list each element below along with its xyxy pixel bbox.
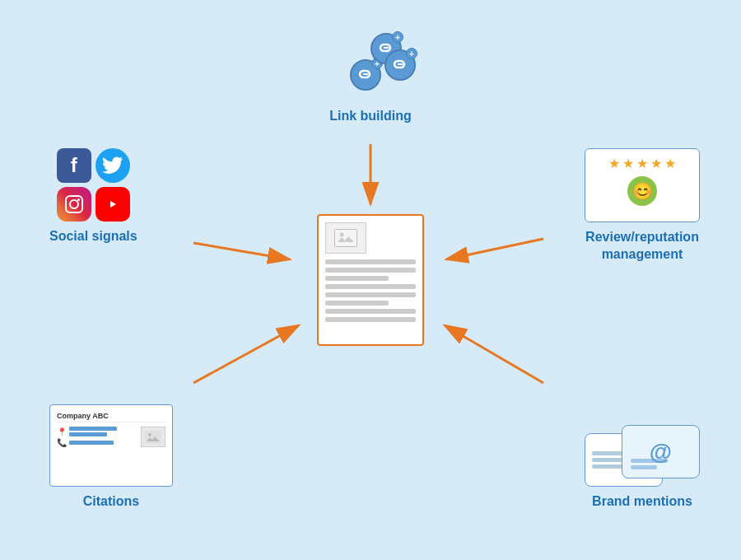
star-2: ★ <box>622 156 634 171</box>
doc-line-2 <box>325 268 416 273</box>
doc-line-6 <box>325 301 389 306</box>
svg-rect-11 <box>66 196 82 212</box>
citation-phone-lines <box>69 441 137 445</box>
citation-address-lines <box>69 427 137 436</box>
smiley-face: 😊 <box>627 176 657 206</box>
svg-point-12 <box>70 200 78 208</box>
svg-rect-15 <box>145 431 161 444</box>
location-icon: 📍 <box>57 427 67 436</box>
citation-line-b <box>69 432 107 436</box>
citations-label: Citations <box>83 493 139 511</box>
star-5: ★ <box>664 156 676 171</box>
phone-icon: 📞 <box>57 438 67 447</box>
svg-rect-6 <box>335 230 357 247</box>
instagram-icon <box>57 187 91 222</box>
youtube-icon <box>96 187 130 222</box>
brand-mentions-label: Brand mentions <box>592 493 692 511</box>
citations-section: Company ABC 📍 📞 <box>49 404 173 511</box>
link-plus-2: + <box>392 31 403 43</box>
social-signals-section: f Social signals <box>49 148 137 245</box>
social-signals-label: Social signals <box>49 228 137 245</box>
citation-row-1: 📍 📞 <box>57 427 165 447</box>
link-plus-3: + <box>406 48 417 59</box>
link-building-icons: + + + <box>325 25 416 103</box>
svg-line-3 <box>446 239 543 259</box>
star-3: ★ <box>636 156 648 171</box>
doc-line-7 <box>325 309 416 314</box>
doc-line-5 <box>325 292 416 297</box>
star-4: ★ <box>650 156 662 171</box>
social-icons: f <box>57 148 130 222</box>
diagram-container: + + + Link building <box>0 0 741 560</box>
citation-box: Company ABC 📍 📞 <box>49 404 173 487</box>
doc-line-1 <box>325 259 416 264</box>
link-icon-3: + <box>384 49 416 81</box>
citation-image <box>141 427 165 447</box>
brand-box: @ <box>585 413 700 487</box>
svg-point-16 <box>148 433 151 436</box>
review-reputation-label-line1: Review/reputation <box>585 230 699 244</box>
svg-line-4 <box>193 325 299 383</box>
link-building-label: Link building <box>329 108 412 125</box>
review-box: ★ ★ ★ ★ ★ 😊 <box>585 148 700 222</box>
svg-line-5 <box>445 325 543 383</box>
doc-line-8 <box>325 317 416 322</box>
citation-line-c <box>69 441 114 445</box>
stars-row: ★ ★ ★ ★ ★ <box>608 156 676 171</box>
svg-point-13 <box>77 198 80 201</box>
star-1: ★ <box>608 156 620 171</box>
center-document <box>317 214 424 346</box>
citation-company-name: Company ABC <box>57 412 165 422</box>
link-building-section: + + + Link building <box>325 25 416 125</box>
svg-point-7 <box>340 233 344 237</box>
doc-line-3 <box>325 276 389 281</box>
link-icon-1: + <box>350 59 381 91</box>
review-reputation-section: ★ ★ ★ ★ ★ 😊 Review/reputation management <box>585 148 700 264</box>
speech-bubble-front: @ <box>622 425 700 478</box>
twitter-icon <box>96 148 130 183</box>
doc-image <box>325 222 366 254</box>
citation-line-a <box>69 427 117 431</box>
svg-line-2 <box>193 243 290 259</box>
facebook-icon: f <box>57 148 91 183</box>
review-reputation-label-line2: management <box>602 247 683 261</box>
doc-line-4 <box>325 284 416 289</box>
brand-mentions-section: @ Brand mentions <box>585 413 700 511</box>
